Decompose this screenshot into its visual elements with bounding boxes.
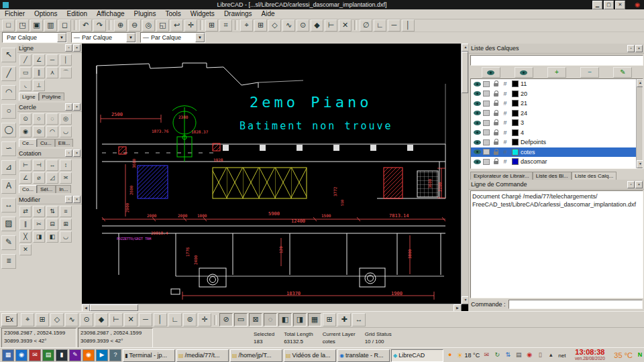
screenshot-icon[interactable]: ◉: [83, 349, 95, 361]
isometric-grid-icon[interactable]: ⌗: [219, 19, 232, 32]
menu-edition[interactable]: Edition: [62, 9, 92, 19]
dock-tab[interactable]: Sél...: [37, 185, 56, 193]
line-orthogonal-icon[interactable]: ⊥: [33, 80, 45, 91]
snap-endpoint-icon[interactable]: ◇: [268, 19, 281, 32]
close-dock-button[interactable]: ×: [73, 103, 80, 111]
line-tangent-point-icon[interactable]: ⌒: [60, 67, 72, 78]
circle-three-points-icon[interactable]: ◌: [46, 113, 58, 125]
layer-visibility-toggle[interactable]: [472, 130, 482, 135]
zoom-in-icon[interactable]: ⊕: [114, 19, 127, 32]
layer-print-toggle[interactable]: [482, 129, 491, 135]
bottom-snap-distance-icon[interactable]: ⊢: [109, 313, 123, 326]
clock[interactable]: 13:08:38 ven.28/08/2020: [569, 349, 610, 361]
close-dock-button[interactable]: ×: [73, 149, 80, 157]
layer-visibility-toggle[interactable]: [472, 82, 482, 86]
modify-stretch-icon[interactable]: ◨: [33, 231, 45, 243]
taskbar-window-2[interactable]: ▤/home/jp/T...: [230, 349, 282, 362]
bottom-restrict-horizontal-icon[interactable]: ─: [139, 313, 152, 326]
select-invert-icon[interactable]: ✚: [337, 313, 351, 326]
browser-icon[interactable]: ◉: [15, 349, 28, 361]
layer-row[interactable]: #3: [471, 118, 643, 128]
restrict-vertical-icon[interactable]: │: [402, 19, 415, 32]
toggle-construction-layers-button[interactable]: [515, 67, 533, 78]
layer-construction-toggle[interactable]: #: [500, 149, 510, 156]
layer-print-toggle[interactable]: [482, 110, 491, 116]
layer-visibility-toggle[interactable]: [472, 121, 482, 125]
modify-trim-icon[interactable]: ✂: [33, 219, 45, 230]
layer-row[interactable]: #24: [471, 109, 643, 119]
float-dock-button[interactable]: ▫: [65, 44, 72, 52]
taskbar-window-0[interactable]: ▮Terminal - jp...: [123, 349, 175, 362]
modify-lengthen-icon[interactable]: ⊞: [60, 219, 72, 230]
scroll-thumb[interactable]: [90, 304, 138, 311]
bottom-snap-grid-icon[interactable]: ⊞: [36, 313, 49, 326]
modify-offset-icon[interactable]: ∥: [19, 219, 32, 230]
restrict-horizontal-icon[interactable]: ─: [388, 19, 400, 32]
layer-visibility-toggle[interactable]: [472, 160, 482, 164]
select-window-icon[interactable]: ▭: [234, 313, 248, 326]
undo-icon[interactable]: ↶: [79, 19, 92, 32]
bottom-restrict-orthogonal-icon[interactable]: ∟: [168, 313, 182, 326]
bottom-snap-center-icon[interactable]: ⊙: [80, 313, 93, 326]
layer-row[interactable]: #4: [471, 128, 643, 138]
select-intersected-icon[interactable]: ◧: [278, 313, 292, 326]
zoom-previous-icon[interactable]: ↩: [170, 19, 183, 32]
files-icon[interactable]: ▤: [42, 349, 54, 361]
maximize-button[interactable]: ▢: [604, 1, 614, 9]
modify-trim-two-icon[interactable]: ⊟: [46, 219, 58, 230]
modify-tool-icon[interactable]: ✎: [1, 235, 16, 250]
dim-leader-icon[interactable]: ≍: [60, 172, 72, 184]
open-file-icon[interactable]: ◳: [16, 19, 29, 32]
menu-widgets[interactable]: Widgets: [186, 9, 219, 19]
dock-tab[interactable]: Cu...: [37, 139, 55, 147]
select-all-icon[interactable]: ⊞: [323, 313, 336, 326]
layer-lock-toggle[interactable]: [491, 130, 500, 135]
menu-options[interactable]: Options: [30, 9, 62, 19]
chat-icon[interactable]: ●: [445, 351, 455, 360]
menu-tools[interactable]: Tools: [160, 9, 185, 19]
drawing-canvas-area[interactable]: 2emo Piano Batiment non trouve 25001873.…: [82, 44, 468, 311]
redo-icon[interactable]: ↷: [93, 19, 106, 32]
print-preview-icon[interactable]: ◻: [58, 19, 71, 32]
layer-visibility-toggle[interactable]: [472, 111, 482, 115]
layer-visibility-toggle[interactable]: [472, 140, 482, 145]
keyboard-icon[interactable]: ▤: [514, 351, 523, 360]
layer-lock-toggle[interactable]: [491, 120, 500, 125]
menu-aide[interactable]: Aide: [257, 9, 280, 19]
dim-radial-icon[interactable]: ◿: [46, 172, 58, 184]
line-horizontal-icon[interactable]: ─: [46, 54, 58, 66]
save-file-icon[interactable]: ▣: [30, 19, 43, 32]
line-tangent-circles-icon[interactable]: ◟: [19, 80, 32, 91]
help-icon[interactable]: ?: [109, 349, 121, 361]
snap-distance-icon[interactable]: ⊢: [325, 19, 337, 32]
hatch-tool-icon[interactable]: ▨: [1, 217, 16, 231]
restrict-nothing-icon[interactable]: ∅: [360, 19, 372, 32]
chevron-down-icon[interactable]: ▼: [126, 33, 136, 42]
edit-layer-button[interactable]: ✎: [613, 67, 632, 78]
line-vertical-icon[interactable]: │: [60, 54, 72, 66]
print-icon[interactable]: ▥: [44, 19, 57, 32]
circle-tool-icon[interactable]: ○: [1, 104, 16, 119]
line-bisector-icon[interactable]: ⋏: [46, 67, 58, 78]
minimize-button[interactable]: ▁: [592, 1, 602, 9]
media-player-icon[interactable]: ▶: [96, 349, 108, 361]
line-rectangle-icon[interactable]: ▭: [19, 67, 32, 78]
dim-vertical-icon[interactable]: ↕: [60, 160, 72, 171]
pen-color-combo[interactable]: Par Calque ▼: [2, 32, 67, 43]
restrict-orthogonal-icon[interactable]: ∟: [374, 19, 386, 32]
dim-angular-icon[interactable]: ∠: [19, 172, 32, 184]
zoom-auto-icon[interactable]: ◎: [142, 19, 155, 32]
taskbar-window-1[interactable]: ▤/media/77/t...: [176, 349, 229, 362]
float-panel-button[interactable]: ▫: [627, 45, 635, 52]
taskbar-window-5[interactable]: ◆LibreCAD: [391, 349, 443, 362]
circle-tangent-icon[interactable]: ⊚: [33, 126, 45, 137]
circle-concentric-icon[interactable]: ◎: [60, 113, 72, 125]
layer-visibility-toggle[interactable]: [472, 101, 482, 106]
arc-center-point-icon[interactable]: ◠: [46, 126, 58, 137]
select-tool-icon[interactable]: ↖: [1, 48, 16, 62]
right-tab[interactable]: Explorateur de Librair...: [470, 172, 533, 180]
layer-row[interactable]: #Defpoints: [471, 137, 643, 147]
close-button[interactable]: ✕: [615, 1, 625, 9]
grid-icon[interactable]: ⊞: [205, 19, 218, 32]
dock-tab[interactable]: Co...: [19, 185, 37, 193]
